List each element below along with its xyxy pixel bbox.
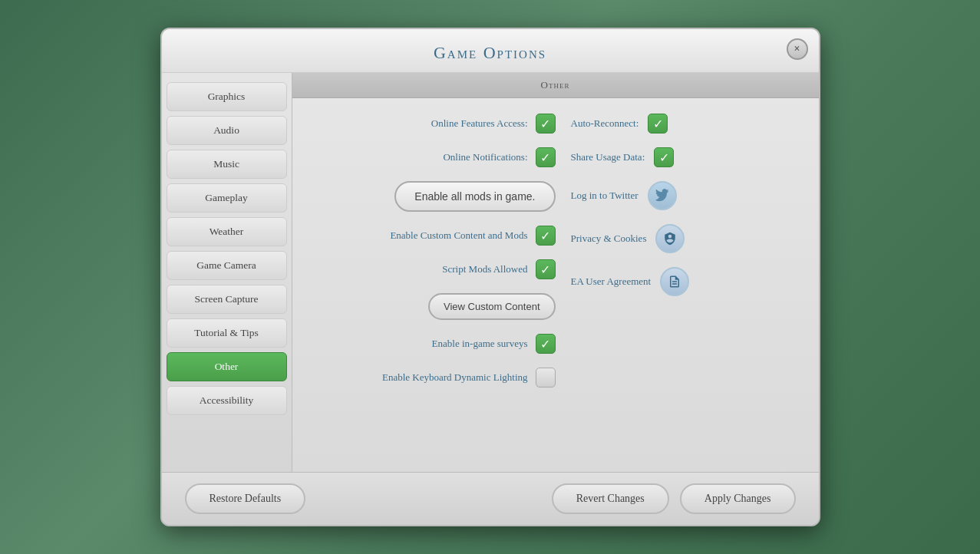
enable-mods-row: Enable all mods in game.: [315, 181, 556, 212]
enable-surveys-checkbox[interactable]: ✓: [536, 334, 556, 354]
ea-agreement-icon[interactable]: [660, 267, 689, 296]
enable-custom-label: Enable Custom Content and Mods: [390, 229, 527, 242]
ea-agreement-label: EA User Agreement: [571, 275, 652, 289]
revert-changes-button[interactable]: Revert Changes: [552, 483, 669, 514]
enable-keyboard-row: Enable Keyboard Dynamic Lighting: [315, 368, 556, 387]
sidebar-item-gameplay[interactable]: Gameplay: [167, 183, 287, 213]
auto-reconnect-checkbox[interactable]: ✓: [648, 114, 668, 134]
enable-surveys-row: Enable in-game surveys ✓: [315, 334, 556, 354]
apply-changes-button[interactable]: Apply Changes: [680, 483, 796, 514]
share-usage-row: Share Usage Data: ✓: [571, 147, 796, 167]
modal-footer: Restore Defaults Revert Changes Apply Ch…: [162, 472, 819, 525]
sidebar-item-music[interactable]: Music: [167, 150, 287, 179]
sidebar-item-graphics[interactable]: Graphics: [167, 82, 287, 111]
share-usage-label: Share Usage Data:: [571, 151, 645, 164]
left-column: Online Features Access: ✓ Online Notific…: [315, 114, 556, 387]
section-header: Other: [292, 73, 819, 98]
footer-right-buttons: Revert Changes Apply Changes: [552, 483, 796, 514]
modal-header: Game Options ×: [162, 29, 819, 73]
modal-title: Game Options: [434, 43, 546, 62]
privacy-row: Privacy & Cookies: [571, 224, 796, 253]
sidebar: Graphics Audio Music Gameplay Weather Ga…: [162, 73, 292, 472]
online-notifications-label: Online Notifications:: [443, 151, 527, 164]
privacy-icon[interactable]: [655, 224, 685, 253]
privacy-label: Privacy & Cookies: [571, 232, 647, 246]
auto-reconnect-label: Auto-Reconnect:: [571, 117, 639, 130]
view-custom-button[interactable]: View Custom Content: [428, 293, 556, 320]
auto-reconnect-row: Auto-Reconnect: ✓: [571, 114, 796, 134]
online-features-row: Online Features Access: ✓: [315, 114, 556, 134]
twitter-icon[interactable]: [648, 181, 677, 210]
restore-defaults-button[interactable]: Restore Defaults: [185, 483, 306, 514]
sidebar-item-screen-capture[interactable]: Screen Capture: [167, 285, 287, 314]
modal-body: Graphics Audio Music Gameplay Weather Ga…: [162, 73, 819, 472]
enable-keyboard-checkbox[interactable]: [536, 368, 556, 387]
ea-agreement-row: EA User Agreement: [571, 267, 796, 296]
log-twitter-label: Log in to Twitter: [571, 190, 638, 203]
game-options-modal: Game Options × Graphics Audio Music Game…: [160, 28, 820, 526]
online-notifications-row: Online Notifications: ✓: [315, 147, 556, 167]
sidebar-item-audio[interactable]: Audio: [167, 116, 287, 145]
settings-grid: Online Features Access: ✓ Online Notific…: [292, 98, 819, 403]
log-twitter-row: Log in to Twitter: [571, 181, 796, 210]
online-features-label: Online Features Access:: [431, 117, 528, 130]
sidebar-item-tutorial-tips[interactable]: Tutorial & Tips: [167, 318, 287, 348]
enable-custom-checkbox[interactable]: ✓: [536, 226, 556, 246]
sidebar-item-accessibility[interactable]: Accessibility: [167, 386, 287, 415]
online-features-checkbox[interactable]: ✓: [536, 114, 556, 134]
enable-mods-button[interactable]: Enable all mods in game.: [394, 181, 555, 212]
close-button[interactable]: ×: [787, 38, 808, 60]
script-mods-checkbox[interactable]: ✓: [536, 259, 556, 279]
right-column: Auto-Reconnect: ✓ Share Usage Data: ✓ Lo…: [556, 114, 796, 387]
script-mods-label: Script Mods Allowed: [442, 263, 527, 276]
enable-surveys-label: Enable in-game surveys: [432, 338, 528, 351]
enable-keyboard-label: Enable Keyboard Dynamic Lighting: [382, 371, 528, 384]
enable-custom-row: Enable Custom Content and Mods ✓: [315, 226, 556, 246]
online-notifications-checkbox[interactable]: ✓: [536, 147, 556, 167]
view-custom-row: View Custom Content: [315, 293, 556, 320]
content-area: Other Online Features Access: ✓ Online N…: [292, 73, 819, 472]
sidebar-item-weather[interactable]: Weather: [167, 217, 287, 246]
share-usage-checkbox[interactable]: ✓: [654, 147, 674, 167]
script-mods-row: Script Mods Allowed ✓: [315, 259, 556, 279]
sidebar-item-game-camera[interactable]: Game Camera: [167, 251, 287, 280]
sidebar-item-other[interactable]: Other: [167, 352, 287, 381]
